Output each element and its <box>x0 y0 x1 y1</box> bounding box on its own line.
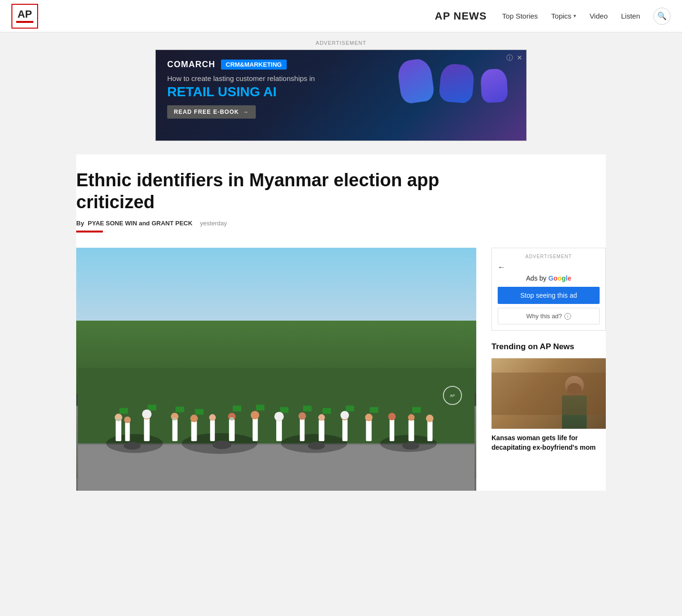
svg-rect-45 <box>280 407 289 413</box>
svg-rect-39 <box>120 408 128 414</box>
crowd-scene: AP <box>76 248 476 491</box>
svg-rect-48 <box>346 406 354 412</box>
info-icon: i <box>564 313 571 320</box>
svg-rect-9 <box>125 422 130 441</box>
svg-rect-46 <box>303 406 312 412</box>
svg-rect-43 <box>233 406 241 412</box>
svg-rect-31 <box>366 420 371 441</box>
content-main: AP <box>76 248 476 491</box>
svg-rect-59 <box>173 418 176 420</box>
svg-point-38 <box>426 415 433 423</box>
main-container: Ethnic identifiers in Myanmar election a… <box>65 154 617 491</box>
trending-section: Trending on AP News <box>491 342 606 455</box>
article-meta: By PYAE SONE WIN and GRANT PECK yesterda… <box>76 220 606 227</box>
svg-point-54 <box>402 442 420 450</box>
ad-shape-1 <box>396 58 435 105</box>
svg-rect-7 <box>116 420 121 441</box>
svg-rect-50 <box>412 407 421 413</box>
svg-rect-58 <box>117 418 120 421</box>
nav-item-video[interactable]: Video <box>590 12 608 20</box>
back-icon: ← <box>498 263 505 271</box>
svg-point-52 <box>212 441 231 449</box>
top-ad-section: ADVERTISEMENT COMARCH CRM&MARKETING How … <box>0 32 682 154</box>
svg-rect-41 <box>176 407 184 413</box>
ad-company: COMARCH <box>167 60 215 70</box>
svg-point-26 <box>299 413 306 420</box>
arrow-icon: → <box>243 109 249 115</box>
ad-close-icon[interactable]: ✕ <box>517 54 522 61</box>
article-title: Ethnic identifiers in Myanmar election a… <box>76 170 467 213</box>
svg-rect-49 <box>370 407 378 413</box>
ap-logo[interactable]: AP <box>11 4 38 29</box>
sidebar-ad-widget: ADVERTISEMENT ← Ads by Google Stop seein… <box>491 248 606 331</box>
svg-rect-42 <box>195 409 203 415</box>
site-header: AP AP NEWS Top Stories Topics ▾ Video Li… <box>0 0 682 32</box>
svg-point-55 <box>142 410 151 419</box>
svg-rect-13 <box>172 419 178 441</box>
ad-shape-3 <box>480 69 508 103</box>
svg-rect-17 <box>210 420 215 441</box>
watermark-circle: AP <box>443 386 462 405</box>
site-brand: AP NEWS <box>435 10 487 22</box>
trending-card-headline[interactable]: Kansas woman gets life for decapitating … <box>491 429 606 455</box>
svg-rect-15 <box>191 421 197 441</box>
why-this-ad-button[interactable]: Why this ad? i <box>498 308 600 324</box>
svg-point-18 <box>209 414 216 421</box>
svg-rect-29 <box>342 419 348 441</box>
search-button[interactable]: 🔍 <box>653 8 671 25</box>
logo-bar <box>16 21 33 23</box>
trending-card-image <box>491 358 606 429</box>
nav-item-top-stories[interactable]: Top Stories <box>502 12 538 20</box>
svg-point-57 <box>341 411 349 420</box>
ads-by-google: Ads by Google <box>498 274 600 282</box>
svg-point-22 <box>251 411 259 420</box>
ad-label: ADVERTISEMENT <box>0 40 682 46</box>
sidebar-ad-label: ADVERTISEMENT <box>498 254 600 259</box>
main-nav: Top Stories Topics ▾ Video Listen 🔍 <box>502 8 671 25</box>
svg-point-56 <box>274 412 284 422</box>
svg-point-32 <box>365 414 372 422</box>
svg-rect-40 <box>148 405 156 411</box>
nav-item-topics[interactable]: Topics ▾ <box>551 12 576 20</box>
svg-point-36 <box>408 414 415 421</box>
svg-point-51 <box>124 442 141 450</box>
stop-seeing-ad-button[interactable]: Stop seeing this ad <box>498 287 600 304</box>
svg-rect-25 <box>300 418 305 441</box>
article-timestamp: yesterday <box>200 220 227 227</box>
sidebar-back-arrow[interactable]: ← <box>498 263 600 272</box>
svg-rect-60 <box>230 417 234 420</box>
svg-rect-11 <box>144 417 150 441</box>
chevron-down-icon: ▾ <box>573 13 576 19</box>
header-right: AP NEWS Top Stories Topics ▾ Video Liste… <box>435 8 671 25</box>
ad-banner[interactable]: COMARCH CRM&MARKETING How to create last… <box>155 50 527 141</box>
svg-rect-44 <box>256 405 264 411</box>
content-sidebar: ADVERTISEMENT ← Ads by Google Stop seein… <box>491 248 606 491</box>
svg-rect-33 <box>390 419 394 441</box>
svg-rect-35 <box>409 420 414 441</box>
ad-decorative-shapes <box>399 60 507 102</box>
svg-rect-37 <box>427 421 432 441</box>
trending-card[interactable]: Kansas woman gets life for decapitating … <box>491 358 606 455</box>
svg-rect-19 <box>229 419 235 441</box>
svg-rect-23 <box>276 420 282 441</box>
ad-info-icon[interactable]: ⓘ <box>506 54 513 62</box>
article-red-bar <box>76 231 103 232</box>
logo-area[interactable]: AP <box>11 4 38 29</box>
ad-crm-tag: CRM&MARKETING <box>221 60 287 70</box>
article-image: AP <box>76 248 476 491</box>
trending-title: Trending on AP News <box>491 342 606 352</box>
logo-text: AP <box>18 9 32 20</box>
svg-rect-27 <box>319 420 324 441</box>
ad-cta-button[interactable]: READ FREE E-BOOK → <box>167 105 256 119</box>
svg-point-34 <box>388 413 396 421</box>
content-layout: AP ADVERTISEMENT ← Ads by Google <box>76 240 606 491</box>
google-logo: Google <box>548 274 571 282</box>
svg-point-28 <box>318 414 325 421</box>
svg-point-10 <box>124 416 131 423</box>
nav-item-listen[interactable]: Listen <box>621 12 640 20</box>
svg-rect-47 <box>322 408 331 414</box>
article-byline: By PYAE SONE WIN and GRANT PECK <box>76 220 192 227</box>
svg-point-53 <box>308 442 325 450</box>
svg-point-16 <box>191 415 198 423</box>
article-section: Ethnic identifiers in Myanmar election a… <box>76 154 606 491</box>
